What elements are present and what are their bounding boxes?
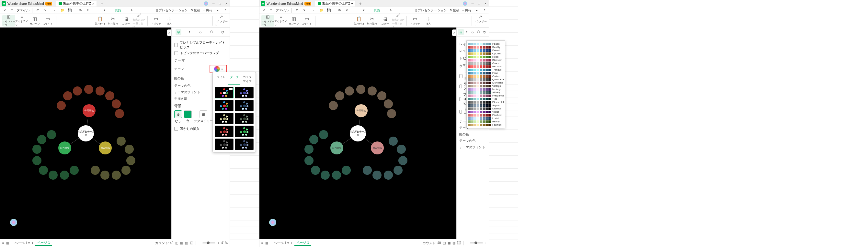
close-icon[interactable]: ×: [92, 2, 94, 5]
cloud-button[interactable]: ☁: [474, 8, 479, 13]
sb-grid-icon[interactable]: ▦: [265, 241, 268, 245]
theme-preset-8[interactable]: [215, 138, 234, 150]
sb-view3-icon[interactable]: ⿴: [457, 241, 461, 245]
sb-outline-icon[interactable]: ≡: [2, 241, 4, 245]
print-button[interactable]: 🖶: [78, 8, 83, 13]
close-button[interactable]: ×: [224, 2, 228, 5]
cut-button[interactable]: ✂切り取り: [106, 15, 120, 27]
color-scheme-lucid[interactable]: Lucid: [468, 117, 504, 120]
panel-tab-tag[interactable]: ◇: [470, 29, 475, 35]
export-ribbon-button[interactable]: ↗エクスポート: [215, 15, 228, 27]
color-scheme-affinity[interactable]: Affinity: [468, 91, 504, 94]
document-tab[interactable]: 製品不良率の上昇2: [315, 1, 355, 6]
hamburger-icon[interactable]: ≡: [9, 8, 14, 13]
maximize-button[interactable]: □: [218, 2, 222, 5]
sb-outline-icon[interactable]: ≡: [261, 241, 263, 245]
zoom-in-button[interactable]: +: [217, 241, 219, 245]
bg-texture-button[interactable]: ▦テクスチャー: [194, 111, 213, 123]
zoom-slider[interactable]: [203, 243, 215, 243]
page-tab[interactable]: ページ-1: [294, 241, 311, 246]
save-button[interactable]: 💾: [67, 8, 72, 13]
theme-preset-3[interactable]: [235, 100, 254, 111]
document-tab[interactable]: 製品不良率の上昇2 ×: [56, 1, 96, 6]
color-scheme-passion[interactable]: Passion: [468, 65, 504, 68]
zoom-in-button[interactable]: +: [485, 241, 487, 245]
file-menu[interactable]: ファイル: [17, 8, 29, 12]
share-button[interactable]: ∝ 共有: [203, 8, 212, 12]
outline-view-button[interactable]: ≡アウトライン: [15, 15, 28, 27]
cut-button[interactable]: ✂切り取り: [366, 15, 379, 27]
color-scheme-tide[interactable]: Tide: [468, 97, 504, 100]
color-scheme-blossom[interactable]: Blossom: [468, 59, 504, 62]
color-scheme-elemental[interactable]: Elemental: [468, 101, 504, 103]
theme-tab-custom[interactable]: カスタマイズ: [241, 74, 254, 85]
export-ribbon-button[interactable]: ↗エクスポート: [474, 15, 487, 27]
sb-view1-icon[interactable]: ▦: [447, 241, 451, 245]
slide-view-button[interactable]: ▭スライド: [300, 15, 313, 27]
theme-tab-dark[interactable]: ダーク: [228, 74, 241, 85]
menu-icon[interactable]: <: [261, 8, 267, 13]
color-scheme-grace[interactable]: Grace: [468, 62, 504, 65]
panel-tab-style[interactable]: ✦: [187, 29, 192, 35]
cloud-button[interactable]: ☁: [215, 8, 220, 13]
collapse-panel-button[interactable]: >: [452, 29, 457, 36]
page-selector[interactable]: ページ-1 ▾: [14, 241, 30, 245]
color-scheme-aspect[interactable]: Aspect: [468, 104, 504, 107]
copy-button[interactable]: ⿻コピー: [379, 15, 392, 27]
color-scheme-violet[interactable]: Violet: [468, 111, 504, 113]
branch-1[interactable]: 作業領域: [355, 104, 368, 117]
redo-button[interactable]: ↷: [42, 8, 47, 13]
collapse-panel-button[interactable]: >: [167, 29, 172, 36]
close-button[interactable]: ×: [484, 2, 488, 5]
sb-view3-icon[interactable]: ⿴: [190, 241, 193, 245]
canvas[interactable]: 製品不良率の上昇 作業領域 材料領域 素質領域: [259, 28, 456, 239]
sb-view1-icon[interactable]: ▦: [180, 241, 183, 245]
sb-view2-icon[interactable]: ▥: [185, 241, 188, 245]
paste-button[interactable]: 📋貼り付け: [94, 15, 106, 27]
sb-fit-icon[interactable]: ◫: [175, 241, 178, 245]
minimize-button[interactable]: ─: [471, 2, 474, 5]
open-button[interactable]: 📁: [60, 8, 65, 13]
undo-button[interactable]: ↶: [35, 8, 40, 13]
mindmap-view-button[interactable]: ⊞マインドマップ: [261, 15, 274, 27]
menu-icon[interactable]: <: [2, 8, 7, 13]
color-scheme-hope[interactable]: Hope: [468, 55, 504, 58]
branch-3[interactable]: 素質領域: [371, 142, 384, 154]
branch-3[interactable]: 素質領域: [99, 142, 112, 154]
color-scheme-peace[interactable]: Peace: [468, 42, 504, 45]
slide-view-button[interactable]: ▭スライド: [41, 15, 54, 27]
bg-color-button[interactable]: 色: [184, 111, 192, 123]
post-button[interactable]: ↻ 投稿: [450, 8, 459, 12]
ai-assistant-button[interactable]: [269, 219, 276, 226]
color-scheme-distinct[interactable]: Distinct: [468, 107, 504, 110]
color-scheme-ombre[interactable]: Ombre: [468, 75, 504, 78]
outline-view-button[interactable]: ≡アウトライン: [274, 15, 287, 27]
new-button[interactable]: ▭: [53, 8, 58, 13]
theme-preset-6[interactable]: [215, 126, 234, 137]
theme-tab-light[interactable]: ライト: [215, 74, 227, 85]
branch-2[interactable]: 材料領域: [58, 142, 71, 154]
file-menu[interactable]: ファイル: [276, 8, 288, 12]
new-button[interactable]: ▭: [312, 8, 317, 13]
next-tab-button[interactable]: >: [129, 8, 134, 13]
color-scheme-flow[interactable]: Flow: [468, 71, 504, 74]
export-button[interactable]: ↗: [344, 8, 349, 13]
prev-tab-button[interactable]: <: [102, 8, 107, 13]
paste-button[interactable]: 📋貼り付け: [353, 15, 366, 27]
theme-preset-4[interactable]: [215, 113, 234, 124]
bg-none-button[interactable]: ⊘なし: [174, 111, 182, 123]
branch-2[interactable]: 材料領域: [330, 142, 343, 154]
branch-1[interactable]: 作業領域: [83, 104, 96, 117]
redo-button[interactable]: ↷: [301, 8, 306, 13]
copy-button[interactable]: ⿻コピー: [120, 15, 132, 27]
color-scheme-balmy[interactable]: Balmy: [468, 120, 504, 123]
color-scheme-fragrance[interactable]: Fragrance: [468, 94, 504, 97]
color-scheme-mundane[interactable]: Mundane: [468, 81, 504, 84]
insert-button[interactable]: ⊹挿入: [163, 15, 176, 27]
panel-tab-theme[interactable]: ◎: [176, 29, 181, 35]
panel-tab-tag[interactable]: ◇: [197, 29, 204, 35]
zoom-out-button[interactable]: −: [466, 241, 468, 245]
color-scheme-reality[interactable]: Reality: [468, 45, 504, 49]
page-selector[interactable]: ページ-1 ▾: [274, 241, 289, 245]
color-scheme-flushed[interactable]: Flushed: [468, 114, 504, 117]
